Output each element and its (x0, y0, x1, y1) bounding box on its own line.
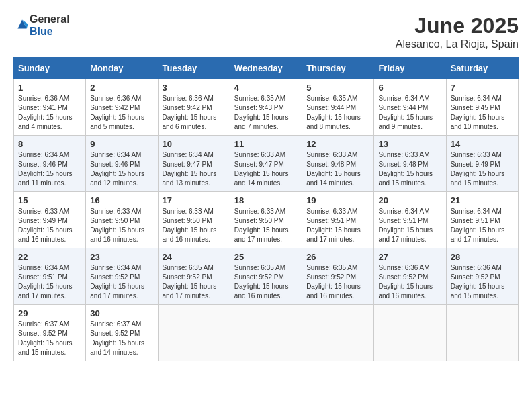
day-empty-2 (230, 305, 302, 361)
day-empty-1 (158, 305, 230, 361)
day-29: 29 Sunrise: 6:37 AMSunset: 9:52 PMDaylig… (14, 305, 86, 361)
day-28: 28 Sunrise: 6:36 AMSunset: 9:52 PMDaylig… (446, 248, 518, 305)
day-1: 1 Sunrise: 6:36 AMSunset: 9:41 PMDayligh… (14, 79, 86, 136)
day-6: 6 Sunrise: 6:34 AMSunset: 9:44 PMDayligh… (374, 79, 446, 136)
calendar-row-1: 1 Sunrise: 6:36 AMSunset: 9:41 PMDayligh… (14, 79, 519, 136)
day-2: 2 Sunrise: 6:36 AMSunset: 9:42 PMDayligh… (86, 79, 158, 136)
day-24: 24 Sunrise: 6:35 AMSunset: 9:52 PMDaylig… (158, 248, 230, 305)
calendar-row-5: 29 Sunrise: 6:37 AMSunset: 9:52 PMDaylig… (14, 305, 519, 361)
day-26: 26 Sunrise: 6:35 AMSunset: 9:52 PMDaylig… (302, 248, 374, 305)
day-20: 20 Sunrise: 6:34 AMSunset: 9:51 PMDaylig… (374, 192, 446, 248)
logo-wordmark: General Blue (30, 13, 70, 38)
day-12: 12 Sunrise: 6:33 AMSunset: 9:48 PMDaylig… (302, 136, 374, 192)
day-4: 4 Sunrise: 6:35 AMSunset: 9:43 PMDayligh… (230, 79, 302, 136)
calendar-row-3: 15 Sunrise: 6:33 AMSunset: 9:49 PMDaylig… (14, 192, 519, 248)
day-23: 23 Sunrise: 6:34 AMSunset: 9:52 PMDaylig… (86, 248, 158, 305)
page-header: General Blue June 2025 Alesanco, La Rioj… (13, 13, 519, 50)
calendar-row-2: 8 Sunrise: 6:34 AMSunset: 9:46 PMDayligh… (14, 136, 519, 192)
day-27: 27 Sunrise: 6:36 AMSunset: 9:52 PMDaylig… (374, 248, 446, 305)
col-saturday: Saturday (446, 58, 518, 79)
logo: General Blue (13, 13, 70, 38)
day-22: 22 Sunrise: 6:34 AMSunset: 9:51 PMDaylig… (14, 248, 86, 305)
day-empty-3 (302, 305, 374, 361)
day-empty-5 (446, 305, 518, 361)
logo-image (13, 17, 30, 34)
col-wednesday: Wednesday (230, 58, 302, 79)
day-30: 30 Sunrise: 6:37 AMSunset: 9:52 PMDaylig… (86, 305, 158, 361)
day-empty-4 (374, 305, 446, 361)
calendar-table: Sunday Monday Tuesday Wednesday Thursday… (13, 57, 519, 361)
day-10: 10 Sunrise: 6:34 AMSunset: 9:47 PMDaylig… (158, 136, 230, 192)
day-18: 18 Sunrise: 6:33 AMSunset: 9:50 PMDaylig… (230, 192, 302, 248)
day-14: 14 Sunrise: 6:33 AMSunset: 9:49 PMDaylig… (446, 136, 518, 192)
day-16: 16 Sunrise: 6:33 AMSunset: 9:50 PMDaylig… (86, 192, 158, 248)
col-thursday: Thursday (302, 58, 374, 79)
day-11: 11 Sunrise: 6:33 AMSunset: 9:47 PMDaylig… (230, 136, 302, 192)
col-tuesday: Tuesday (158, 58, 230, 79)
day-25: 25 Sunrise: 6:35 AMSunset: 9:52 PMDaylig… (230, 248, 302, 305)
day-8: 8 Sunrise: 6:34 AMSunset: 9:46 PMDayligh… (14, 136, 86, 192)
day-21: 21 Sunrise: 6:34 AMSunset: 9:51 PMDaylig… (446, 192, 518, 248)
calendar-header-row: Sunday Monday Tuesday Wednesday Thursday… (14, 58, 519, 79)
logo-blue: Blue (30, 26, 53, 37)
day-9: 9 Sunrise: 6:34 AMSunset: 9:46 PMDayligh… (86, 136, 158, 192)
calendar-row-4: 22 Sunrise: 6:34 AMSunset: 9:51 PMDaylig… (14, 248, 519, 305)
location-title: Alesanco, La Rioja, Spain (396, 38, 519, 50)
day-7: 7 Sunrise: 6:34 AMSunset: 9:45 PMDayligh… (446, 79, 518, 136)
col-sunday: Sunday (14, 58, 86, 79)
day-3: 3 Sunrise: 6:36 AMSunset: 9:42 PMDayligh… (158, 79, 230, 136)
day-19: 19 Sunrise: 6:33 AMSunset: 9:51 PMDaylig… (302, 192, 374, 248)
logo-general: General (30, 13, 70, 25)
day-17: 17 Sunrise: 6:33 AMSunset: 9:50 PMDaylig… (158, 192, 230, 248)
day-13: 13 Sunrise: 6:33 AMSunset: 9:48 PMDaylig… (374, 136, 446, 192)
title-area: June 2025 Alesanco, La Rioja, Spain (396, 13, 519, 50)
col-friday: Friday (374, 58, 446, 79)
col-monday: Monday (86, 58, 158, 79)
day-5: 5 Sunrise: 6:35 AMSunset: 9:44 PMDayligh… (302, 79, 374, 136)
month-title: June 2025 (396, 13, 519, 38)
day-15: 15 Sunrise: 6:33 AMSunset: 9:49 PMDaylig… (14, 192, 86, 248)
